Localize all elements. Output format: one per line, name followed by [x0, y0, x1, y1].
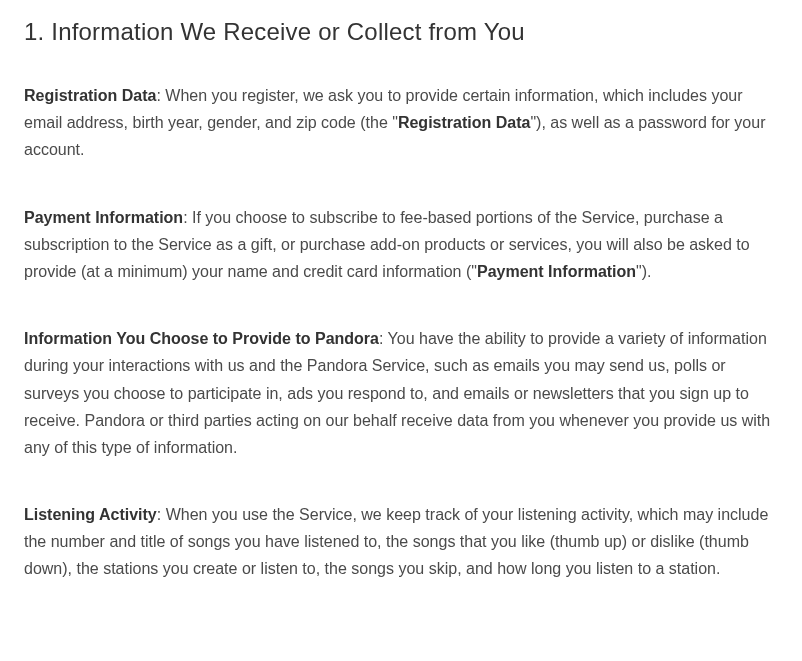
- paragraph-payment-information: Payment Information: If you choose to su…: [24, 204, 778, 286]
- paragraph-label: Information You Choose to Provide to Pan…: [24, 330, 379, 347]
- paragraph-label: Payment Information: [24, 209, 183, 226]
- section-heading: 1. Information We Receive or Collect fro…: [24, 18, 778, 46]
- paragraph-text-pre: : You have the ability to provide a vari…: [24, 330, 770, 456]
- paragraph-info-choose-provide: Information You Choose to Provide to Pan…: [24, 325, 778, 461]
- paragraph-bold-mid: Registration Data: [398, 114, 530, 131]
- paragraph-listening-activity: Listening Activity: When you use the Ser…: [24, 501, 778, 583]
- paragraph-text-post: ").: [636, 263, 651, 280]
- paragraph-registration-data: Registration Data: When you register, we…: [24, 82, 778, 164]
- paragraph-bold-mid: Payment Information: [477, 263, 636, 280]
- paragraph-label: Registration Data: [24, 87, 156, 104]
- paragraph-label: Listening Activity: [24, 506, 157, 523]
